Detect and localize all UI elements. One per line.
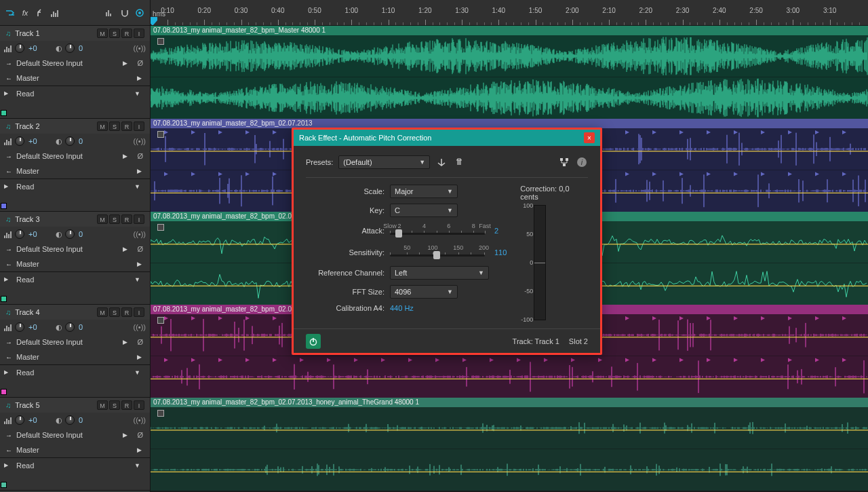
ripple-icon[interactable] xyxy=(104,7,116,19)
track-color-swatch[interactable] xyxy=(1,203,7,209)
track-m-button[interactable]: M xyxy=(97,29,108,38)
volume-knob[interactable] xyxy=(15,415,24,425)
pan-knob[interactable] xyxy=(65,415,75,425)
monitor-icon[interactable]: Ø xyxy=(134,59,146,67)
snap-icon[interactable] xyxy=(119,7,131,19)
monitor-icon[interactable]: Ø xyxy=(134,338,146,346)
route-icon[interactable] xyxy=(4,7,16,19)
attack-value[interactable]: 2 xyxy=(494,227,498,235)
scale-select[interactable]: Major▼ xyxy=(390,185,458,198)
volume-knob[interactable] xyxy=(15,229,24,239)
track-phase-icon[interactable]: ((•)) xyxy=(133,44,146,52)
track-s-button[interactable]: S xyxy=(109,214,120,224)
track-collapse-row[interactable]: ▶ Read ▼ xyxy=(0,457,150,472)
chevron-right-icon[interactable]: ▶ xyxy=(4,369,8,375)
chevron-right-icon[interactable]: ▶ xyxy=(133,447,146,453)
fft-select[interactable]: 4096▼ xyxy=(390,285,458,299)
track-input-row[interactable]: → Default Stereo Input ▶ Ø xyxy=(0,428,150,442)
dialog-titlebar[interactable]: Rack Effect - Automatic Pitch Correction… xyxy=(294,130,600,146)
chevron-right-icon[interactable]: ▶ xyxy=(4,462,8,468)
preset-delete-icon[interactable] xyxy=(453,156,465,168)
chevron-right-icon[interactable]: ▶ xyxy=(119,246,132,252)
attack-slider-thumb[interactable] xyxy=(395,229,402,238)
monitor-icon[interactable]: Ø xyxy=(134,245,146,253)
volume-value[interactable]: +0 xyxy=(27,323,43,331)
pan-knob[interactable] xyxy=(65,43,75,53)
chevron-right-icon[interactable]: ▶ xyxy=(119,60,132,67)
close-icon[interactable]: × xyxy=(584,132,595,143)
volume-value[interactable]: +0 xyxy=(27,230,43,238)
preset-save-icon[interactable] xyxy=(435,156,448,168)
track-header[interactable]: ♫ Track 1 MSRI xyxy=(0,26,150,41)
chevron-right-icon[interactable]: ▶ xyxy=(133,75,146,81)
track-output-row[interactable]: ← Master ▶ xyxy=(0,442,150,457)
sensitivity-slider-thumb[interactable] xyxy=(433,251,440,259)
track-name[interactable]: Track 1 xyxy=(15,29,93,37)
track-header[interactable]: ♫ Track 4 MSRI xyxy=(0,305,150,320)
volume-value[interactable]: +0 xyxy=(27,416,43,424)
track-i-button[interactable]: I xyxy=(134,307,144,317)
track-i-button[interactable]: I xyxy=(134,214,144,224)
volume-knob[interactable] xyxy=(15,43,24,53)
track-phase-icon[interactable]: ((•)) xyxy=(133,137,146,145)
track-r-button[interactable]: R xyxy=(121,400,132,410)
track-m-button[interactable]: M xyxy=(97,121,108,131)
track-output-row[interactable]: ← Master ▶ xyxy=(0,164,150,178)
monitor-icon[interactable]: Ø xyxy=(134,152,146,160)
clip-select-handle[interactable] xyxy=(157,224,164,231)
track-output-row[interactable]: ← Master ▶ xyxy=(0,349,150,364)
track-color-swatch[interactable] xyxy=(1,389,7,395)
chevron-right-icon[interactable]: ▶ xyxy=(4,183,8,189)
clip-name[interactable]: 07.08.2013_my animal_master_82_bpm_Maste… xyxy=(151,26,868,35)
clip-name[interactable]: 07.08.2013_my animal_master_82_bpm_02.07… xyxy=(151,398,868,407)
track-r-button[interactable]: R xyxy=(121,307,132,317)
chevron-right-icon[interactable]: ▶ xyxy=(133,354,146,360)
marker-icon[interactable] xyxy=(134,7,146,19)
track-color-swatch[interactable] xyxy=(1,296,7,302)
key-select[interactable]: C▼ xyxy=(390,204,458,217)
track-output-row[interactable]: ← Master ▶ xyxy=(0,257,150,271)
volume-value[interactable]: +0 xyxy=(27,44,43,52)
track-collapse-row[interactable]: ▶ Read ▼ xyxy=(0,86,150,100)
track-i-button[interactable]: I xyxy=(134,29,144,38)
track-input-row[interactable]: → Default Stereo Input ▶ Ø xyxy=(0,242,150,257)
attack-slider[interactable]: Slow 2 4 6 8 Fast xyxy=(390,223,485,239)
volume-knob[interactable] xyxy=(15,322,24,332)
clip-select-handle[interactable] xyxy=(157,317,164,324)
track-output-row[interactable]: ← Master ▶ xyxy=(0,71,150,86)
track-name[interactable]: Track 3 xyxy=(15,215,93,223)
volume-value[interactable]: +0 xyxy=(27,137,43,145)
chevron-right-icon[interactable]: ▶ xyxy=(4,90,8,96)
chevron-right-icon[interactable]: ▶ xyxy=(119,153,132,159)
track-s-button[interactable]: S xyxy=(109,29,120,38)
pan-value[interactable]: 0 xyxy=(77,44,94,52)
automation-mode[interactable]: Read xyxy=(16,368,130,377)
branch-icon[interactable] xyxy=(34,7,46,19)
ref-channel-select[interactable]: Left▼ xyxy=(390,266,489,280)
volume-knob[interactable] xyxy=(15,136,24,146)
track-m-button[interactable]: M xyxy=(97,307,108,317)
track-input-row[interactable]: → Default Stereo Input ▶ Ø xyxy=(0,56,150,71)
automation-mode[interactable]: Read xyxy=(16,276,130,284)
sensitivity-slider[interactable]: 50 100 150 200 xyxy=(390,244,485,261)
track-header[interactable]: ♫ Track 2 MSRI xyxy=(0,119,150,134)
pan-value[interactable]: 0 xyxy=(77,230,94,238)
track-s-button[interactable]: S xyxy=(109,121,120,131)
clip-select-handle[interactable] xyxy=(157,38,164,45)
track-color-swatch[interactable] xyxy=(1,482,7,488)
pan-knob[interactable] xyxy=(65,136,75,146)
clip-select-handle[interactable] xyxy=(157,410,164,417)
track-phase-icon[interactable]: ((•)) xyxy=(133,323,146,331)
track-r-button[interactable]: R xyxy=(121,214,132,224)
presets-select[interactable]: (Default) ▼ xyxy=(338,155,430,169)
chevron-right-icon[interactable]: ▶ xyxy=(4,276,8,282)
automation-mode[interactable]: Read xyxy=(16,90,130,98)
track-lane[interactable]: 07.08.2013_my animal_master_82_bpm_Maste… xyxy=(151,26,868,119)
levels-icon[interactable] xyxy=(49,7,61,19)
track-r-button[interactable]: R xyxy=(121,29,132,38)
track-color-swatch[interactable] xyxy=(1,110,7,116)
sensitivity-value[interactable]: 110 xyxy=(494,248,507,257)
clip-name[interactable]: 07.08.2013_my animal_master_82_bpm_02.07… xyxy=(151,119,868,128)
track-m-button[interactable]: M xyxy=(97,400,108,410)
audio-clip[interactable] xyxy=(151,35,868,119)
